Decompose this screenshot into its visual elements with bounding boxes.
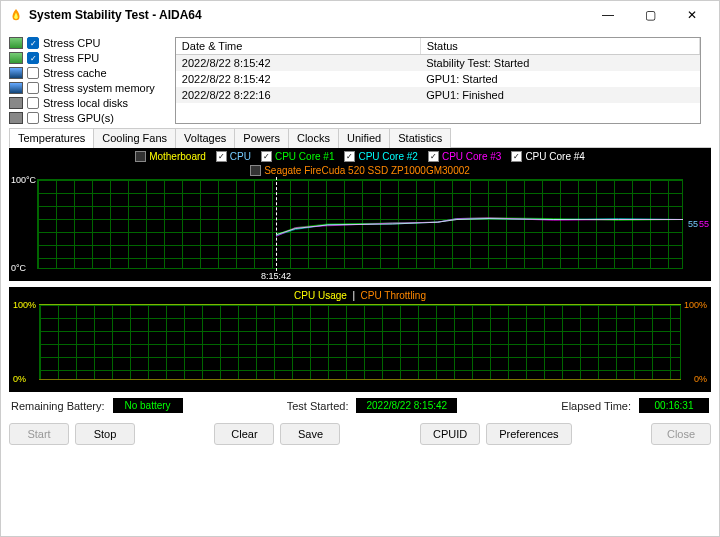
stress-item-1: Stress FPU [9,52,155,64]
legend-label: CPU Core #2 [358,151,417,162]
elapsed-label: Elapsed Time: [561,400,631,412]
log-row[interactable]: 2022/8/22 8:22:16GPU1: Finished [176,87,700,103]
tab-unified[interactable]: Unified [338,128,390,148]
stress-checkbox[interactable] [27,67,39,79]
close-window-button[interactable]: ✕ [677,8,707,22]
save-button[interactable]: Save [280,423,340,445]
temperature-chart: MotherboardCPUCPU Core #1CPU Core #2CPU … [9,148,711,281]
titlebar: System Stability Test - AIDA64 — ▢ ✕ [1,1,719,29]
elapsed-value: 00:16:31 [639,398,709,413]
status-bar: Remaining Battery: No battery Test Start… [1,392,719,419]
tab-temperatures[interactable]: Temperatures [9,128,94,148]
legend-label: CPU Core #3 [442,151,501,162]
battery-value: No battery [113,398,183,413]
minimize-button[interactable]: — [593,8,623,22]
legend-label: CPU Core #4 [525,151,584,162]
button-bar: Start Stop Clear Save CPUID Preferences … [1,419,719,451]
stress-icon [9,97,23,109]
stress-label: Stress system memory [43,82,155,94]
stress-icon [9,67,23,79]
stress-checkbox[interactable] [27,82,39,94]
start-button[interactable]: Start [9,423,69,445]
legend-checkbox[interactable] [261,151,272,162]
stress-item-2: Stress cache [9,67,155,79]
legend-checkbox[interactable] [511,151,522,162]
log-header[interactable]: Date & Time [176,38,420,55]
usage-chart: CPU Usage | CPU Throttling 100% 0% 100% … [9,287,711,392]
preferences-button[interactable]: Preferences [486,423,571,445]
legend-checkbox[interactable] [216,151,227,162]
stop-button[interactable]: Stop [75,423,135,445]
tab-powers[interactable]: Powers [234,128,289,148]
event-log: Date & TimeStatus2022/8/22 8:15:42Stabil… [175,37,701,124]
cpuid-button[interactable]: CPUID [420,423,480,445]
log-header[interactable]: Status [420,38,699,55]
stress-checkbox[interactable] [27,52,39,64]
log-row[interactable]: 2022/8/22 8:15:42GPU1: Started [176,71,700,87]
legend-item[interactable]: Seagate FireCuda 520 SSD ZP1000GM30002 [250,165,470,176]
tab-clocks[interactable]: Clocks [288,128,339,148]
stress-icon [9,82,23,94]
tabs: TemperaturesCooling FansVoltagesPowersCl… [1,128,719,148]
legend-item[interactable]: CPU Core #4 [511,151,584,162]
legend-checkbox[interactable] [135,151,146,162]
legend-label: Motherboard [149,151,206,162]
stress-checkbox[interactable] [27,112,39,124]
legend-label: CPU [230,151,251,162]
stress-label: Stress local disks [43,97,128,109]
stress-icon [9,52,23,64]
stress-checkbox[interactable] [27,37,39,49]
app-window: System Stability Test - AIDA64 — ▢ ✕ Str… [0,0,720,537]
started-label: Test Started: [287,400,349,412]
legend-item[interactable]: CPU Core #2 [344,151,417,162]
stress-icon [9,37,23,49]
stress-options: Stress CPU Stress FPU Stress cache Stres… [9,37,155,124]
usage-label: CPU Usage [294,290,347,301]
battery-label: Remaining Battery: [11,400,105,412]
maximize-button[interactable]: ▢ [635,8,665,22]
legend-label: CPU Core #1 [275,151,334,162]
stress-label: Stress FPU [43,52,99,64]
tab-statistics[interactable]: Statistics [389,128,451,148]
stress-icon [9,112,23,124]
legend-item[interactable]: CPU Core #1 [261,151,334,162]
legend-checkbox[interactable] [428,151,439,162]
legend-checkbox[interactable] [250,165,261,176]
tab-voltages[interactable]: Voltages [175,128,235,148]
legend-checkbox[interactable] [344,151,355,162]
legend-item[interactable]: CPU Core #3 [428,151,501,162]
legend-item[interactable]: Motherboard [135,151,206,162]
close-button[interactable]: Close [651,423,711,445]
stress-item-5: Stress GPU(s) [9,112,155,124]
stress-item-0: Stress CPU [9,37,155,49]
clear-button[interactable]: Clear [214,423,274,445]
legend-label: Seagate FireCuda 520 SSD ZP1000GM30002 [264,165,470,176]
stress-item-4: Stress local disks [9,97,155,109]
started-value: 2022/8/22 8:15:42 [356,398,457,413]
stress-label: Stress cache [43,67,107,79]
stress-label: Stress GPU(s) [43,112,114,124]
tab-cooling-fans[interactable]: Cooling Fans [93,128,176,148]
stress-checkbox[interactable] [27,97,39,109]
throttling-label: CPU Throttling [361,290,426,301]
stress-label: Stress CPU [43,37,100,49]
legend-item[interactable]: CPU [216,151,251,162]
log-row[interactable]: 2022/8/22 8:15:42Stability Test: Started [176,55,700,72]
window-title: System Stability Test - AIDA64 [29,8,593,22]
app-icon [9,8,23,22]
stress-item-3: Stress system memory [9,82,155,94]
